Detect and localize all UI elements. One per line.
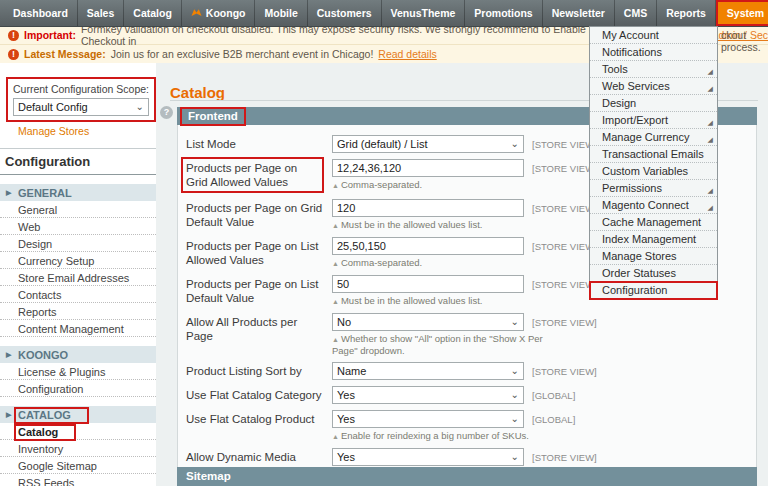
field-control: Name ⌄ xyxy=(332,362,524,380)
field-note: ▲Enable for reindexing a big number of S… xyxy=(332,430,544,442)
system-menu-item-label: Index Management xyxy=(602,233,696,245)
sidebar-item[interactable]: Google Sitemap xyxy=(0,457,156,474)
sidebar-item[interactable]: Design xyxy=(0,235,156,252)
nav-item[interactable]: Sales xyxy=(78,0,124,26)
field-label: Products per Page on Grid Allowed Values xyxy=(181,157,324,193)
sidebar-item[interactable]: Reports xyxy=(0,303,156,320)
nav-item-label: System xyxy=(727,7,764,19)
notice-severity: Important: xyxy=(24,29,76,41)
nav-item[interactable]: Catalog xyxy=(124,0,182,26)
system-menu-item[interactable]: Web Services ◢ xyxy=(590,78,717,95)
field-control: Yes ⌄ ▲Enable for reindexing a big numbe… xyxy=(332,410,524,442)
submenu-corner-icon: ◢ xyxy=(708,187,713,194)
field-input[interactable] xyxy=(332,275,524,293)
system-menu-item[interactable]: Cache Management xyxy=(590,214,717,231)
submenu-corner-icon: ◢ xyxy=(708,68,713,75)
field-input[interactable] xyxy=(332,159,524,177)
sidebar-item-label: CATALOG xyxy=(14,407,89,424)
sidebar-item-label: Store Email Addresses xyxy=(18,272,129,285)
field-control: No ⌄ ▲Whether to show "All" option in th… xyxy=(332,313,524,356)
chevron-down-icon: ⌄ xyxy=(511,452,519,462)
system-menu-item[interactable]: Index Management xyxy=(590,231,717,248)
system-menu-item[interactable]: Notifications xyxy=(590,44,717,61)
notice-text: Join us for an exclusive B2B merchant ev… xyxy=(111,48,374,60)
system-menu-item[interactable]: Design xyxy=(590,95,717,112)
help-icon[interactable]: ? xyxy=(160,106,173,119)
submenu-corner-icon: ◢ xyxy=(708,204,713,211)
sidebar-item[interactable]: Web xyxy=(0,218,156,235)
system-menu-item[interactable]: Magento Connect ◢ xyxy=(590,197,717,214)
nav-item[interactable]: Customers xyxy=(308,0,382,26)
system-menu-item[interactable]: Import/Export ◢ xyxy=(590,112,717,129)
sidebar-item[interactable]: RSS Feeds xyxy=(0,474,156,486)
sidebar-item[interactable]: ▶ KOONGO xyxy=(0,346,156,363)
nav-item[interactable]: System xyxy=(716,0,768,26)
nav-item[interactable]: CMS xyxy=(615,0,657,26)
system-menu-item[interactable]: Tools ◢ xyxy=(590,61,717,78)
field-note-text: Whether to show "All" option in the "Sho… xyxy=(332,333,543,356)
sidebar-item[interactable]: Configuration xyxy=(0,380,156,397)
system-menu-item[interactable]: Manage Currency ◢ xyxy=(590,129,717,146)
nav-item[interactable]: Reports xyxy=(657,0,716,26)
sitemap-section-header[interactable]: Sitemap xyxy=(177,467,757,486)
field-input[interactable] xyxy=(332,199,524,217)
notice-label: Latest Message: xyxy=(24,48,106,60)
field-control: Yes ⌄ xyxy=(332,386,524,404)
triangle-right-icon: ▶ xyxy=(6,346,11,363)
system-menu-item-label: Transactional Emails xyxy=(602,148,704,160)
field-select[interactable]: Yes ⌄ xyxy=(332,448,524,466)
field-select[interactable]: Name ⌄ xyxy=(332,362,524,380)
field-select[interactable]: Yes ⌄ xyxy=(332,386,524,404)
nav-item[interactable]: VenusTheme xyxy=(382,0,466,26)
read-details-link[interactable]: Read details xyxy=(378,48,436,60)
nav-item[interactable]: Newsletter xyxy=(543,0,615,26)
field-label: Product Listing Sort by xyxy=(186,362,324,378)
sidebar-item[interactable]: Store Email Addresses xyxy=(0,269,156,286)
field-select-value: No xyxy=(337,316,351,328)
nav-item-label: Koongo xyxy=(206,7,246,19)
nav-item[interactable]: Koongo xyxy=(182,0,256,26)
system-menu-item-label: Notifications xyxy=(602,46,662,58)
system-menu-item[interactable]: My Account xyxy=(590,27,717,44)
triangle-right-icon: ▶ xyxy=(6,406,11,423)
nav-item[interactable]: Mobile xyxy=(255,0,307,26)
scope-select[interactable]: Default Config ⌄ xyxy=(13,98,149,116)
field-select[interactable]: Grid (default) / List ⌄ xyxy=(332,135,524,153)
sidebar-item[interactable]: Currency Setup xyxy=(0,252,156,269)
system-menu-item[interactable]: Permissions ◢ xyxy=(590,180,717,197)
field-select-value: Yes xyxy=(337,389,355,401)
sidebar-item[interactable]: License & Plugins xyxy=(0,363,156,380)
system-menu-item-label: Web Services xyxy=(602,80,670,92)
system-menu-item[interactable]: Custom Variables xyxy=(590,163,717,180)
sidebar-item-label: Configuration xyxy=(18,383,83,396)
nav-item-label: Customers xyxy=(317,7,372,19)
sidebar-item[interactable]: General xyxy=(0,201,156,218)
chevron-down-icon: ⌄ xyxy=(511,390,519,400)
field-note: ▲Must be in the allowed values list. xyxy=(332,295,544,307)
system-menu-item[interactable]: Order Statuses xyxy=(590,265,717,282)
nav-item[interactable]: Dashboard xyxy=(4,0,78,26)
nav-item-label: Dashboard xyxy=(13,7,68,19)
field-scope-label: [GLOBAL] xyxy=(532,410,756,425)
sidebar-item[interactable]: Inventory xyxy=(0,440,156,457)
sidebar-item-label: Web xyxy=(18,221,40,234)
system-menu-item-label: Permissions xyxy=(602,182,662,194)
sidebar-item[interactable]: ▶ GENERAL xyxy=(0,184,156,201)
alert-icon: ! xyxy=(8,30,19,41)
sidebar-item[interactable]: Content Management xyxy=(0,320,156,337)
sidebar-item[interactable]: Contacts xyxy=(0,286,156,303)
sidebar-item[interactable]: Catalog xyxy=(0,423,156,440)
nav-item-label: CMS xyxy=(624,7,647,19)
system-menu-item[interactable]: Configuration xyxy=(590,282,717,299)
field-select[interactable]: Yes ⌄ xyxy=(332,410,524,428)
manage-stores-link[interactable]: Manage Stores xyxy=(18,125,89,137)
system-menu-item[interactable]: Manage Stores xyxy=(590,248,717,265)
field-input[interactable] xyxy=(332,237,524,255)
config-field-row: Use Flat Catalog Category Yes ⌄ [GLOBAL] xyxy=(186,386,756,404)
koongo-icon xyxy=(191,8,202,18)
sidebar-item[interactable]: ▶ CATALOG xyxy=(0,406,156,423)
field-select[interactable]: No ⌄ xyxy=(332,313,524,331)
nav-item[interactable]: Promotions xyxy=(465,0,542,26)
system-menu-item[interactable]: Transactional Emails xyxy=(590,146,717,163)
field-control: Grid (default) / List ⌄ xyxy=(332,135,524,153)
